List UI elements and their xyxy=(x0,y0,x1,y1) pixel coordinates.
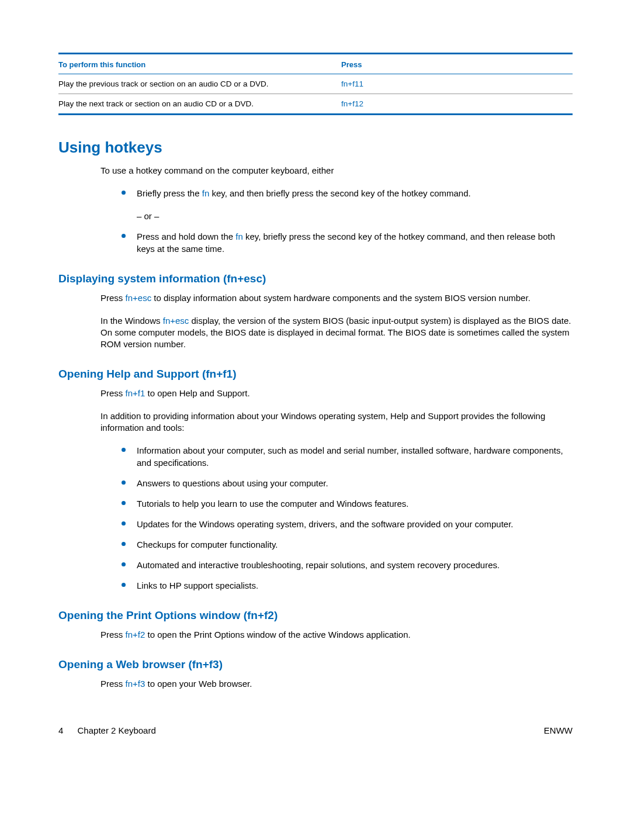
list-item: Answers to questions about using your co… xyxy=(119,477,573,489)
body-paragraph: Press fn+f1 to open Help and Support. xyxy=(100,388,573,399)
list-item: Updates for the Windows operating system… xyxy=(119,518,573,530)
table-cell-function: Play the previous track or section on an… xyxy=(58,74,341,94)
or-separator: – or – xyxy=(137,210,573,222)
subsection-heading-web-browser: Opening a Web browser (fn+f3) xyxy=(58,658,573,671)
subsection-heading-help-support: Opening Help and Support (fn+f1) xyxy=(58,368,573,381)
key-combo-label: fn+esc xyxy=(126,293,152,303)
key-combo-label: fn+f2 xyxy=(126,630,145,639)
key-combo-label: fn+esc xyxy=(163,316,189,326)
footer-left: 4 Chapter 2 Keyboard xyxy=(58,725,156,735)
page-number: 4 xyxy=(58,725,63,735)
chapter-label: Chapter 2 Keyboard xyxy=(78,725,156,735)
key-combo-label: fn+f3 xyxy=(126,679,145,689)
fn-key-label: fn xyxy=(235,231,243,241)
list-item: Tutorials to help you learn to use the c… xyxy=(119,497,573,510)
body-paragraph: In addition to providing information abo… xyxy=(100,410,573,434)
page-footer: 4 Chapter 2 Keyboard ENWW xyxy=(58,725,573,735)
table-header-function: To perform this function xyxy=(58,54,341,74)
body-paragraph: Press fn+f2 to open the Print Options wi… xyxy=(100,629,573,641)
list-item: Press and hold down the fn key, briefly … xyxy=(119,230,573,255)
intro-paragraph: To use a hotkey command on the computer … xyxy=(100,165,573,177)
list-item: Checkups for computer functionality. xyxy=(119,538,573,551)
main-bullet-list: Briefly press the fn key, and then brief… xyxy=(119,187,573,255)
table-row: Play the next track or section on an aud… xyxy=(58,94,573,115)
list-item: Links to HP support specialists. xyxy=(119,579,573,592)
table-cell-press: fn+f12 xyxy=(341,94,573,115)
section-heading-using-hotkeys: Using hotkeys xyxy=(58,139,573,157)
body-paragraph: Press fn+f3 to open your Web browser. xyxy=(100,678,573,690)
hotkey-table: To perform this function Press Play the … xyxy=(58,53,573,115)
key-combo-label: fn+f1 xyxy=(126,388,145,398)
document-page: To perform this function Press Play the … xyxy=(0,0,631,770)
table-header-press: Press xyxy=(341,54,573,74)
list-item: Briefly press the fn key, and then brief… xyxy=(119,187,573,222)
table-row: Play the previous track or section on an… xyxy=(58,74,573,94)
list-item: Information about your computer, such as… xyxy=(119,444,573,469)
fn-key-label: fn xyxy=(202,188,210,198)
subsection-heading-system-info: Displaying system information (fn+esc) xyxy=(58,272,573,285)
table-cell-press: fn+f11 xyxy=(341,74,573,94)
help-support-list: Information about your computer, such as… xyxy=(119,444,573,592)
footer-right: ENWW xyxy=(544,725,573,735)
table-cell-function: Play the next track or section on an aud… xyxy=(58,94,341,115)
list-item: Automated and interactive troubleshootin… xyxy=(119,559,573,571)
body-paragraph: Press fn+esc to display information abou… xyxy=(100,292,573,304)
subsection-heading-print-options: Opening the Print Options window (fn+f2) xyxy=(58,609,573,622)
body-paragraph: In the Windows fn+esc display, the versi… xyxy=(100,315,573,351)
